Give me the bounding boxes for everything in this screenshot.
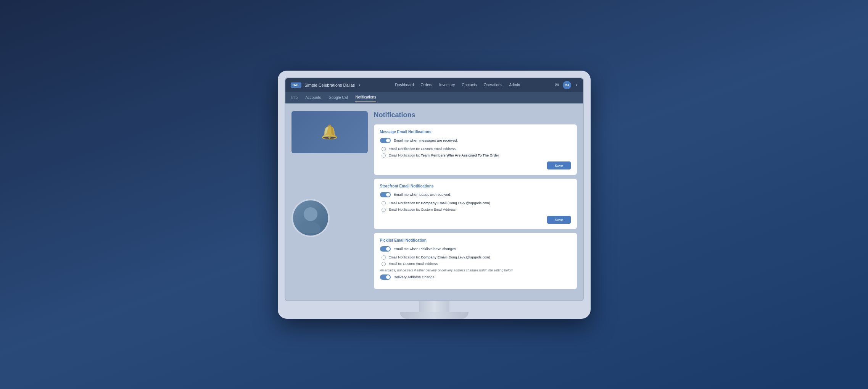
sub-nav: Info Accounts Google Cal Notifications	[285, 92, 583, 103]
message-toggle[interactable]	[380, 138, 391, 143]
svg-point-0	[304, 207, 317, 221]
storefront-radio-1[interactable]	[382, 201, 386, 205]
subnav-info[interactable]: Info	[291, 93, 298, 102]
subnav-google-cal[interactable]: Google Cal	[329, 93, 348, 102]
picklist-email-section: Picklist Email Notification Email me whe…	[374, 233, 577, 289]
nav-inventory[interactable]: Inventory	[439, 81, 455, 89]
picklist-radio-2[interactable]	[382, 262, 386, 266]
notification-image: 🔔	[291, 111, 368, 153]
page-title: Notifications	[374, 111, 577, 119]
monitor-stand	[285, 301, 584, 319]
picklist-section-title: Picklist Email Notification	[380, 238, 571, 242]
nav-operations[interactable]: Operations	[484, 81, 502, 89]
message-toggle-row: Email me when messages are received.	[380, 138, 571, 143]
storefront-toggle[interactable]	[380, 192, 391, 197]
nav-admin[interactable]: Admin	[509, 81, 520, 89]
subnav-notifications[interactable]: Notifications	[355, 93, 376, 102]
storefront-toggle-row: Email me when Leads are received.	[380, 192, 571, 197]
storefront-radio-option-1: Email Notification to: Company Email (Do…	[380, 201, 571, 205]
user-avatar[interactable]: CJ	[563, 81, 571, 89]
top-nav: DAL Simple Celebrations Dallas ▾ Dashboa…	[285, 78, 583, 92]
delivery-toggle[interactable]	[380, 274, 391, 280]
storefront-save-row: Save	[380, 216, 571, 224]
picklist-toggle-label: Email me when Picklists have changes	[394, 247, 456, 251]
delivery-toggle-row: Delivery Address Change	[380, 274, 571, 280]
email-icon[interactable]: ✉	[555, 82, 559, 88]
subnav-accounts[interactable]: Accounts	[305, 93, 321, 102]
bell-icon: 🔔	[321, 124, 338, 140]
left-panel: 🔔	[291, 111, 368, 293]
storefront-radio-label-2: Email Notification to: Custom Email Addr…	[389, 208, 456, 211]
company-name: Simple Celebrations Dallas	[304, 83, 355, 87]
picklist-radio-option-1: Email Notification to: Company Email (Do…	[380, 255, 571, 260]
message-radio-1[interactable]	[382, 147, 386, 151]
nav-contacts[interactable]: Contacts	[462, 81, 477, 89]
message-save-row: Save	[380, 161, 571, 169]
message-save-button[interactable]: Save	[547, 161, 571, 169]
nav-dashboard[interactable]: Dashboard	[395, 81, 414, 89]
dal-badge: DAL	[291, 82, 302, 88]
right-panel: Notifications Message Email Notification…	[374, 111, 577, 293]
main-content: 🔔 Notifications Message Email Notificati…	[285, 103, 583, 300]
picklist-radio-label-1: Email Notification to: Company Email (Do…	[389, 255, 490, 259]
storefront-radio-2[interactable]	[382, 208, 386, 212]
picklist-toggle-row: Email me when Picklists have changes	[380, 246, 571, 252]
top-nav-left: DAL Simple Celebrations Dallas ▾	[291, 82, 361, 88]
user-dropdown-icon[interactable]: ▾	[576, 83, 578, 87]
stand-base	[400, 312, 469, 319]
picklist-radio-label-2: Email to: Custom Email Address	[389, 262, 438, 266]
storefront-section-title: Storefront Email Notifications	[380, 184, 571, 188]
storefront-radio-option-2: Email Notification to: Custom Email Addr…	[380, 208, 571, 212]
message-email-section: Message Email Notifications Email me whe…	[374, 124, 577, 175]
message-section-title: Message Email Notifications	[380, 130, 571, 134]
message-radio-option-2: Email Notification to: Team Members Who …	[380, 153, 571, 158]
monitor: DAL Simple Celebrations Dallas ▾ Dashboa…	[278, 71, 591, 319]
message-radio-label-2: Email Notification to: Team Members Who …	[389, 153, 499, 157]
storefront-toggle-label: Email me when Leads are received.	[394, 192, 451, 197]
picklist-toggle[interactable]	[380, 246, 391, 252]
message-radio-label-1: Email Notification to: Custom Email Addr…	[389, 147, 456, 151]
top-nav-center: Dashboard Orders Inventory Contacts Oper…	[395, 81, 520, 89]
company-dropdown-icon[interactable]: ▾	[359, 83, 361, 87]
picklist-info-text: An email(s) will be sent if either deliv…	[380, 268, 571, 272]
stand-neck	[419, 301, 449, 312]
picklist-radio-option-2: Email to: Custom Email Address	[380, 262, 571, 266]
message-radio-2[interactable]	[382, 153, 386, 158]
monitor-screen: DAL Simple Celebrations Dallas ▾ Dashboa…	[285, 77, 584, 301]
top-nav-right: ✉ CJ ▾	[555, 81, 578, 89]
delivery-toggle-label: Delivery Address Change	[394, 275, 435, 279]
nav-orders[interactable]: Orders	[421, 81, 433, 89]
picklist-radio-1[interactable]	[382, 255, 386, 260]
storefront-save-button[interactable]: Save	[547, 216, 571, 224]
message-radio-option-1: Email Notification to: Custom Email Addr…	[380, 147, 571, 151]
storefront-radio-label-1: Email Notification to: Company Email (Do…	[389, 201, 490, 205]
storefront-email-section: Storefront Email Notifications Email me …	[374, 179, 577, 229]
profile-photo	[291, 199, 330, 237]
message-toggle-label: Email me when messages are received.	[394, 138, 458, 142]
svg-point-1	[301, 222, 320, 233]
